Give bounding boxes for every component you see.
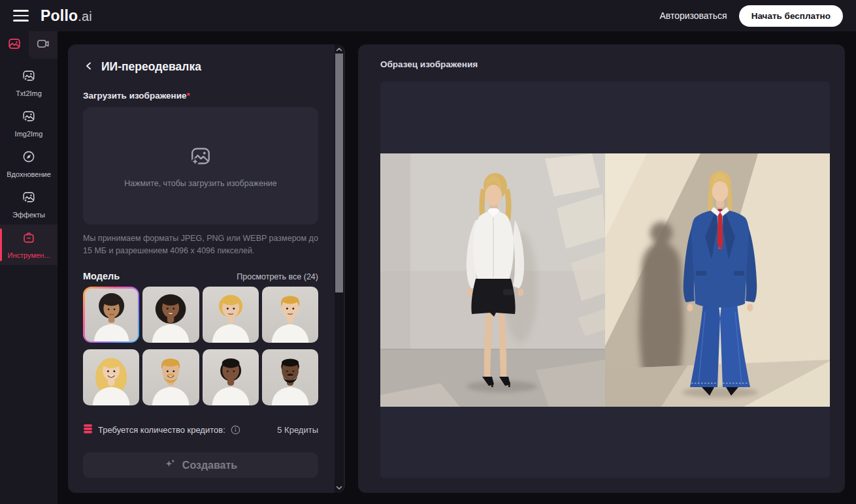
sidebar-item-label: Эффекты bbox=[12, 211, 45, 219]
model-thumb-man-blond-beard[interactable] bbox=[142, 349, 199, 405]
sidebar-item-txt2img[interactable]: Txt2Img bbox=[0, 63, 58, 103]
chevron-left-icon bbox=[84, 61, 94, 74]
sidebar-item-label: Вдохновение bbox=[7, 170, 51, 178]
preview-card bbox=[380, 82, 830, 478]
model-avatar bbox=[203, 349, 259, 405]
sidebar: Txt2Img Img2Img Вдохновение bbox=[0, 31, 58, 504]
model-avatar bbox=[142, 349, 199, 405]
login-link[interactable]: Авторизоваться bbox=[659, 10, 727, 21]
upload-dropzone[interactable]: Нажмите, чтобы загрузить изображение bbox=[83, 107, 318, 225]
upload-placeholder-text: Нажмите, чтобы загрузить изображение bbox=[124, 179, 277, 188]
sidebar-item-inspiration[interactable]: Вдохновение bbox=[0, 144, 58, 184]
model-thumb-man-dark-afro[interactable] bbox=[83, 287, 139, 343]
preview-panel: Образец изображения bbox=[358, 44, 845, 493]
page-title: ИИ-переодевалка bbox=[101, 60, 201, 74]
logo-suffix: .ai bbox=[78, 9, 92, 24]
add-image-icon bbox=[189, 144, 212, 170]
panel-scrollbar bbox=[335, 44, 344, 493]
required-asterisk: * bbox=[187, 91, 190, 101]
view-all-models-link[interactable]: Просмотреть все (24) bbox=[237, 272, 318, 281]
sidebar-items: Txt2Img Img2Img Вдохновение bbox=[0, 63, 58, 265]
scroll-up-icon[interactable] bbox=[335, 45, 344, 54]
photo-blue-suit-red-tie bbox=[605, 153, 830, 407]
image-sparkle-icon bbox=[22, 190, 36, 207]
scroll-down-icon[interactable] bbox=[335, 483, 344, 492]
sparkles-icon bbox=[164, 458, 176, 473]
tab-image-mode[interactable] bbox=[0, 31, 29, 59]
video-camera-icon bbox=[36, 37, 50, 54]
model-thumb-woman-dark-curly[interactable] bbox=[142, 287, 199, 343]
model-thumb-man-blond-short[interactable] bbox=[262, 287, 318, 343]
toolbox-icon bbox=[22, 230, 36, 247]
sidebar-item-img2img[interactable]: Img2Img bbox=[0, 103, 58, 144]
sidebar-item-label: Инструмен... bbox=[8, 251, 50, 259]
photo-white-shirt-black-shorts bbox=[380, 153, 605, 407]
model-avatar bbox=[85, 289, 138, 341]
logo[interactable]: Pollo.ai bbox=[41, 7, 92, 25]
model-avatar bbox=[262, 349, 318, 405]
image-sparkle-icon bbox=[22, 69, 36, 86]
image-sparkle-icon bbox=[22, 109, 36, 126]
upload-format-hint: Мы принимаем форматы JPEG, PNG или WEBP … bbox=[83, 232, 318, 257]
logo-brand: Pollo bbox=[41, 7, 78, 24]
sample-image bbox=[380, 153, 830, 407]
model-section-label: Модель bbox=[83, 271, 120, 281]
sidebar-item-label: Txt2Img bbox=[16, 89, 42, 97]
topbar: Pollo.ai Авторизоваться Начать бесплатно bbox=[0, 0, 856, 31]
start-free-button[interactable]: Начать бесплатно bbox=[739, 5, 843, 27]
create-button-label: Создавать bbox=[182, 460, 237, 471]
tab-video-mode[interactable] bbox=[29, 31, 58, 59]
preview-title: Образец изображения bbox=[380, 59, 478, 69]
credits-value: 5 Кредиты bbox=[277, 425, 318, 435]
model-thumb-woman-dark-bob[interactable] bbox=[203, 349, 259, 405]
model-avatar bbox=[83, 349, 139, 405]
tool-form-panel: ИИ-переодевалка Загрузить изображение* Н… bbox=[68, 44, 345, 493]
sidebar-mode-tabs bbox=[0, 31, 58, 59]
info-icon[interactable] bbox=[231, 425, 240, 435]
compass-icon bbox=[22, 150, 36, 166]
model-grid bbox=[83, 287, 318, 405]
model-avatar bbox=[203, 287, 259, 343]
create-button[interactable]: Создавать bbox=[83, 452, 318, 478]
model-avatar bbox=[142, 287, 199, 343]
model-thumb-woman-blonde-long-curls[interactable] bbox=[83, 349, 139, 405]
model-thumb-woman-blonde-curly[interactable] bbox=[203, 287, 259, 343]
sidebar-item-effects[interactable]: Эффекты bbox=[0, 184, 58, 225]
credits-label: Требуется количество кредитов: bbox=[98, 425, 225, 435]
back-button[interactable] bbox=[83, 61, 95, 73]
model-thumb-man-dark-beard[interactable] bbox=[262, 349, 318, 405]
upload-field-label: Загрузить изображение* bbox=[83, 91, 190, 101]
scrollbar-thumb[interactable] bbox=[335, 54, 343, 292]
hamburger-menu-icon[interactable] bbox=[13, 10, 29, 22]
sidebar-item-label: Img2Img bbox=[15, 130, 43, 138]
image-icon bbox=[7, 37, 22, 54]
credits-coins-icon bbox=[83, 424, 93, 436]
sidebar-item-tools[interactable]: Инструмен... bbox=[0, 225, 58, 265]
model-avatar bbox=[262, 287, 318, 343]
